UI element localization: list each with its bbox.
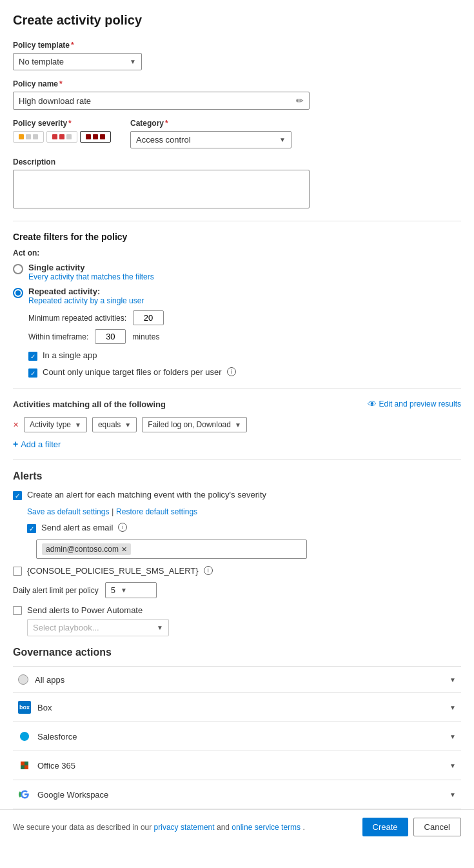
filters-header: Activities matching all of the following… [13,399,461,409]
single-activity-label: Single activity [28,263,154,272]
policy-template-section: Policy template* No template ▼ [13,41,461,70]
policy-name-section: Policy name* High download rate ✏ [13,79,461,110]
chevron-down-icon: ▼ [75,421,81,429]
sms-checkbox[interactable] [13,567,22,576]
daily-limit-dropdown[interactable]: 5 ▼ [105,582,157,598]
severity-low-btn[interactable] [13,131,44,143]
repeated-activity-option[interactable]: Repeated activity: Repeated activity by … [13,287,461,305]
in-single-app-row: ✓ In a single app [28,350,461,361]
power-automate-checkbox[interactable] [13,606,22,615]
filters-title: Create filters for the policy [13,232,461,242]
chevron-down-icon: ▼ [235,421,241,429]
within-timeframe-label: Within timeframe: [28,332,88,341]
description-textarea[interactable] [13,170,310,208]
repeated-activity-label: Repeated activity: [28,287,144,296]
filter-remove-icon[interactable]: ✕ [13,421,19,429]
save-restore-row: Save as default settings | Restore defau… [27,507,461,516]
governance-title: Governance actions [13,647,461,658]
chevron-down-icon: ▼ [449,704,456,711]
policy-name-input[interactable]: High download rate ✏ [13,92,310,110]
privacy-statement-link[interactable]: privacy statement [154,823,215,832]
filter-value[interactable]: Failed log on, Download ▼ [142,417,247,432]
online-service-terms-link[interactable]: online service terms [232,823,301,832]
create-alert-row: ✓ Create an alert for each matching even… [13,490,461,500]
power-automate-row: Send alerts to Power Automate [13,605,461,615]
activity-type-filter[interactable]: Activity type ▼ [24,417,87,432]
filter-row: ✕ Activity type ▼ equals ▼ Failed log on… [13,417,461,432]
governance-box[interactable]: box Box ▼ [13,692,461,722]
footer-text: We secure your data as described in our … [13,823,305,832]
playbook-select[interactable]: Select playbook... ▼ [27,619,169,636]
sms-info-icon[interactable]: i [204,566,213,575]
policy-name-label: Policy name* [13,79,461,88]
email-input-box[interactable]: admin@contoso.com ✕ [36,540,307,559]
within-timeframe-input[interactable] [95,329,126,344]
repeated-activity-radio[interactable] [13,288,23,298]
chevron-down-icon: ▼ [121,587,127,594]
governance-all-apps[interactable]: All apps ▼ [13,666,461,692]
add-filter-link[interactable]: + Add a filter [13,439,461,449]
severity-label: Policy severity* [13,119,111,128]
sms-row: {CONSOLE_POLICIES_RULE_SMS_ALERT} i [13,565,461,576]
min-repeated-row: Minimum repeated activities: [28,310,461,325]
filter-operator[interactable]: equals ▼ [92,417,137,432]
count-unique-checkbox[interactable]: ✓ [28,368,37,378]
playbook-placeholder: Select playbook... [33,623,99,632]
governance-office365[interactable]: Office 365 ▼ [13,751,461,780]
create-button[interactable]: Create [362,818,408,836]
within-timeframe-row: Within timeframe: minutes [28,329,461,344]
min-repeated-input[interactable] [133,310,164,325]
single-activity-sublabel: Every activity that matches the filters [28,272,154,281]
daily-limit-label: Daily alert limit per policy [13,586,99,595]
repeated-activity-sublabel: Repeated activity by a single user [28,296,144,305]
in-single-app-checkbox[interactable]: ✓ [28,352,37,361]
edit-preview-link[interactable]: 👁 Edit and preview results [368,399,461,409]
email-tag: admin@contoso.com ✕ [42,543,131,555]
divider-2 [13,388,461,389]
policy-template-dropdown[interactable]: No template ▼ [13,53,142,70]
in-single-app-label: In a single app [43,350,97,360]
category-dropdown[interactable]: Access control ▼ [130,131,291,148]
single-activity-radio[interactable] [13,264,23,274]
box-icon: box [18,701,31,714]
divider [13,221,461,221]
filters-section: Create filters for the policy Act on: Si… [13,232,461,378]
description-label: Description [13,157,461,167]
create-alert-checkbox[interactable]: ✓ [13,491,22,500]
save-default-link[interactable]: Save as default settings [27,507,109,516]
severity-high-btn[interactable] [80,131,111,143]
restore-default-link[interactable]: Restore default settings [116,507,197,516]
count-unique-info-icon[interactable]: i [227,367,236,376]
send-email-checkbox[interactable]: ✓ [27,524,36,533]
activities-matching-section: Activities matching all of the following… [13,399,461,449]
severity-buttons [13,131,111,143]
chevron-down-icon: ▼ [279,136,286,143]
minutes-label: minutes [132,332,159,341]
svg-rect-0 [21,762,25,765]
power-automate-label: Send alerts to Power Automate [27,605,143,615]
chevron-down-icon: ▼ [449,762,456,769]
all-apps-icon [18,674,28,685]
sms-label: {CONSOLE_POLICIES_RULE_SMS_ALERT} [27,566,199,576]
min-repeated-label: Minimum repeated activities: [28,314,126,323]
governance-google[interactable]: Google Workspace ▼ [13,780,461,809]
governance-salesforce[interactable]: Salesforce ▼ [13,722,461,751]
chevron-down-icon: ▼ [130,58,136,65]
create-alert-label: Create an alert for each matching event … [27,490,266,500]
policy-template-label: Policy template* [13,41,461,50]
page-title: Create activity policy [13,13,461,28]
severity-high-dot [86,134,91,139]
footer: We secure your data as described in our … [0,809,474,844]
edit-icon: ✏ [296,96,304,106]
severity-medium-btn[interactable] [46,131,77,143]
repeated-options: Minimum repeated activities: Within time… [28,310,461,378]
cancel-button[interactable]: Cancel [413,818,461,836]
divider-3 [13,459,461,460]
send-email-info-icon[interactable]: i [118,523,127,532]
email-remove-icon[interactable]: ✕ [121,545,127,554]
alerts-section: Alerts ✓ Create an alert for each matchi… [13,470,461,636]
alerts-title: Alerts [13,470,461,482]
plus-icon: + [13,439,18,449]
count-unique-label: Count only unique target files or folder… [43,367,222,377]
single-activity-option[interactable]: Single activity Every activity that matc… [13,263,461,281]
